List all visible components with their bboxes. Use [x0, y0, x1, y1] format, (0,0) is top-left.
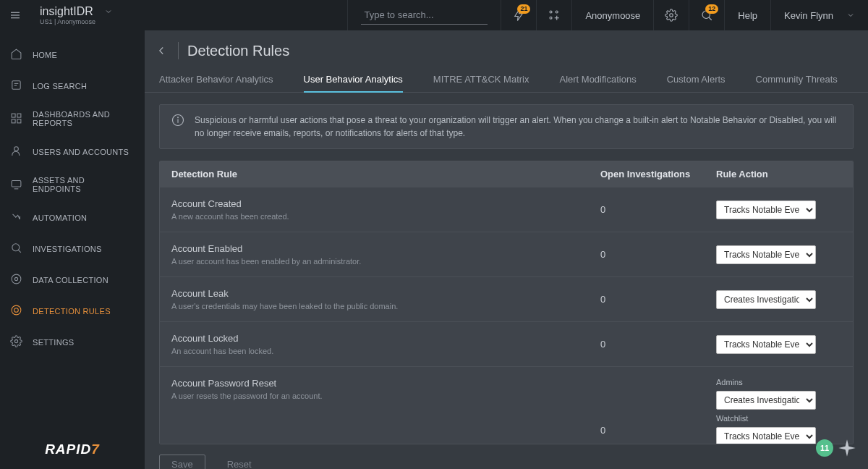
settings-button[interactable]	[653, 0, 689, 30]
svg-point-26	[12, 305, 21, 315]
svg-marker-32	[838, 439, 855, 456]
rules-table: Detection Rule Open Investigations Rule …	[159, 161, 854, 444]
nav-icon	[10, 48, 22, 62]
nav-icon	[10, 112, 22, 126]
rule-description: A user account has been enabled by an ad…	[171, 257, 577, 266]
sidebar-item-label: INVESTIGATIONS	[33, 245, 102, 253]
sidebar-item-assets-and-endpoints[interactable]: ASSETS AND ENDPOINTS	[0, 167, 145, 202]
brand-subtitle: US1 | Anonymoose	[40, 18, 113, 25]
tab-user-behavior-analytics[interactable]: User Behavior Analytics	[304, 74, 403, 92]
svg-rect-18	[17, 119, 21, 122]
svg-rect-17	[12, 119, 15, 122]
svg-point-4	[550, 11, 552, 13]
rule-action-select[interactable]: Tracks Notable EventsCreates Investigati…	[716, 200, 816, 219]
rule-name: Account Enabled	[171, 243, 577, 254]
open-investigations-count: 0	[600, 204, 605, 215]
rule-action-select[interactable]: Tracks Notable EventsCreates Investigati…	[716, 245, 816, 264]
apps-icon	[548, 9, 561, 22]
sidebar-item-label: ASSETS AND ENDPOINTS	[33, 176, 135, 193]
apps-button[interactable]	[536, 0, 571, 30]
help-icon-button[interactable]: 12	[689, 0, 724, 30]
chevron-left-icon	[155, 44, 168, 57]
save-button[interactable]: Save	[159, 455, 205, 469]
nav-icon	[10, 304, 22, 318]
sidebar-item-home[interactable]: HOME	[0, 39, 145, 70]
chevron-down-icon	[846, 11, 855, 20]
nav-icon	[10, 211, 22, 224]
rule-description: An account has been locked.	[171, 347, 577, 355]
divider	[178, 42, 179, 59]
nav-icon	[10, 335, 22, 349]
svg-point-22	[12, 244, 20, 251]
action-sublabel: Watchlist	[716, 414, 841, 423]
search-box[interactable]	[361, 6, 488, 25]
notifications-button[interactable]: 21	[501, 0, 536, 30]
sidebar: HOMELOG SEARCHDASHBOARDS AND REPORTSUSER…	[0, 30, 145, 469]
gear-icon	[665, 9, 678, 22]
rule-description: A new account has been created.	[171, 212, 577, 221]
sidebar-item-label: HOME	[33, 51, 57, 59]
table-row: Account EnabledA user account has been e…	[160, 232, 853, 276]
tab-attacker-behavior-analytics[interactable]: Attacker Behavior Analytics	[159, 74, 273, 92]
search-input[interactable]	[364, 9, 485, 20]
svg-point-19	[14, 147, 19, 151]
user-menu[interactable]: Kevin Flynn	[770, 0, 868, 30]
rule-name: Account Created	[171, 198, 577, 209]
sidebar-item-detection-rules[interactable]: DETECTION RULES	[0, 295, 145, 326]
table-row: Account LockedAn account has been locked…	[160, 321, 853, 366]
rule-action-select[interactable]: Tracks Notable EventsCreates Investigati…	[716, 391, 816, 410]
anon-label[interactable]: Anonymoose	[571, 0, 653, 30]
svg-rect-12	[12, 81, 20, 89]
rule-name: Account Password Reset	[171, 378, 577, 389]
table-row: Account LeakA user's credentials may hav…	[160, 276, 853, 321]
svg-rect-20	[12, 180, 21, 186]
tab-mitre-att-ck-matrix[interactable]: MITRE ATT&CK Matrix	[433, 74, 529, 92]
sidebar-item-data-collection[interactable]: DATA COLLECTION	[0, 264, 145, 295]
svg-point-27	[14, 308, 19, 313]
nav-icon	[10, 178, 22, 192]
open-investigations-count: 0	[600, 339, 605, 350]
help-badge: 12	[705, 4, 718, 14]
float-badge[interactable]: 11	[816, 437, 858, 459]
rapid7-logo: RAPID7	[45, 441, 100, 457]
sidebar-item-investigations[interactable]: INVESTIGATIONS	[0, 233, 145, 264]
svg-point-5	[556, 11, 558, 13]
reset-button[interactable]: Reset	[227, 455, 252, 469]
svg-point-9	[670, 14, 673, 17]
chevron-down-icon	[104, 7, 113, 16]
col-rule: Detection Rule	[160, 161, 589, 187]
rule-action-select[interactable]: Tracks Notable EventsCreates Investigati…	[716, 335, 816, 354]
rule-action-select[interactable]: Tracks Notable EventsCreates Investigati…	[716, 290, 816, 309]
back-button[interactable]	[153, 43, 169, 59]
sidebar-item-automation[interactable]: AUTOMATION	[0, 202, 145, 233]
sidebar-item-dashboards-and-reports[interactable]: DASHBOARDS AND REPORTS	[0, 101, 145, 136]
table-header: Detection Rule Open Investigations Rule …	[160, 161, 853, 187]
float-count: 11	[816, 439, 833, 457]
brand[interactable]: insightIDR US1 | Anonymoose	[30, 5, 113, 25]
page-title: Detection Rules	[187, 43, 289, 59]
svg-rect-16	[17, 114, 21, 117]
sidebar-item-log-search[interactable]: LOG SEARCH	[0, 70, 145, 101]
rule-description: A user resets the password for an accoun…	[171, 392, 577, 400]
nav-icon	[10, 79, 22, 93]
svg-point-28	[14, 339, 17, 342]
svg-line-23	[18, 250, 21, 253]
tab-custom-alerts[interactable]: Custom Alerts	[667, 74, 726, 92]
sidebar-item-settings[interactable]: SETTINGS	[0, 326, 145, 358]
nav: HOMELOG SEARCHDASHBOARDS AND REPORTSUSER…	[0, 30, 145, 430]
menu-button[interactable]	[0, 0, 30, 30]
tab-alert-modifications[interactable]: Alert Modifications	[559, 74, 636, 92]
help-link[interactable]: Help	[724, 0, 770, 30]
svg-rect-15	[12, 114, 15, 117]
rule-action-select[interactable]: Tracks Notable EventsCreates Investigati…	[716, 427, 816, 444]
info-icon	[171, 114, 184, 127]
sidebar-item-label: DETECTION RULES	[33, 307, 111, 316]
tabs: Attacker Behavior AnalyticsUser Behavior…	[145, 59, 868, 93]
svg-line-11	[709, 17, 712, 20]
tab-community-threats[interactable]: Community Threats	[756, 74, 838, 92]
notifications-badge: 21	[517, 4, 530, 14]
sidebar-item-users-and-accounts[interactable]: USERS AND ACCOUNTS	[0, 136, 145, 167]
open-investigations-count: 0	[600, 249, 605, 260]
col-action: Rule Action	[705, 161, 853, 187]
svg-point-6	[550, 17, 552, 19]
